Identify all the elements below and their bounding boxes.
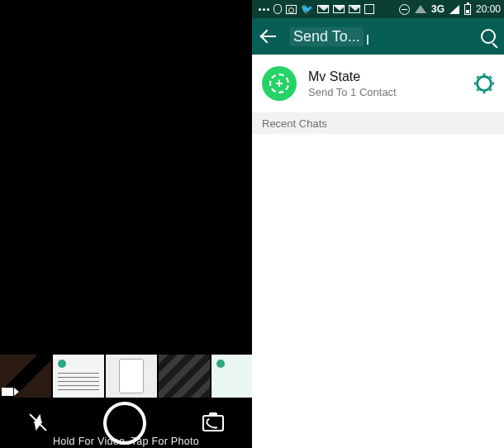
back-button[interactable] bbox=[260, 27, 278, 45]
status-text: Mv State Send To 1 Contact bbox=[308, 69, 397, 98]
appbar-title: Send To... bbox=[290, 27, 364, 46]
twitter-icon: 🐦 bbox=[301, 4, 313, 14]
network-type-label: 3G bbox=[431, 3, 445, 15]
gallery-thumbnail[interactable] bbox=[53, 355, 104, 398]
whatsapp-pane: 🐦 3G 20:00 Send To... + Mv State Send To… bbox=[252, 0, 504, 448]
search-icon[interactable] bbox=[481, 29, 496, 44]
gallery-thumbnail-strip bbox=[0, 355, 252, 398]
gallery-thumbnail[interactable] bbox=[106, 355, 157, 398]
more-notifications-icon bbox=[259, 8, 269, 11]
app-icon bbox=[364, 4, 374, 14]
section-header-recent-chats: Recent Chats bbox=[252, 112, 504, 134]
gallery-thumbnail[interactable] bbox=[159, 355, 210, 398]
status-settings-icon[interactable] bbox=[476, 75, 492, 92]
cell-signal-icon bbox=[449, 5, 459, 14]
camera-hint-text: Hold For Video. Tap For Photo bbox=[0, 436, 252, 447]
mic-icon bbox=[273, 4, 282, 14]
dnd-icon bbox=[399, 4, 410, 15]
video-badge-icon bbox=[2, 388, 19, 396]
camera-pane: Hold For Video. Tap For Photo bbox=[0, 0, 252, 448]
image-icon bbox=[286, 5, 297, 14]
switch-camera-icon[interactable] bbox=[202, 415, 224, 431]
gallery-thumbnail[interactable] bbox=[212, 355, 257, 398]
wifi-icon bbox=[415, 5, 426, 13]
flash-toggle-icon[interactable] bbox=[28, 413, 48, 433]
camera-viewfinder[interactable] bbox=[0, 0, 252, 355]
mail-icon bbox=[349, 5, 360, 13]
app-bar: Send To... bbox=[252, 18, 504, 55]
clock: 20:00 bbox=[476, 3, 501, 15]
android-status-bar: 🐦 3G 20:00 bbox=[252, 0, 504, 18]
mail-icon bbox=[333, 5, 345, 13]
battery-icon bbox=[464, 4, 471, 15]
status-title: Mv State bbox=[308, 69, 397, 84]
gmail-icon bbox=[317, 5, 329, 13]
gallery-thumbnail[interactable] bbox=[0, 355, 51, 398]
my-status-row[interactable]: + Mv State Send To 1 Contact bbox=[252, 55, 504, 112]
status-subtitle: Send To 1 Contact bbox=[308, 86, 397, 98]
status-avatar-icon: + bbox=[262, 66, 297, 101]
